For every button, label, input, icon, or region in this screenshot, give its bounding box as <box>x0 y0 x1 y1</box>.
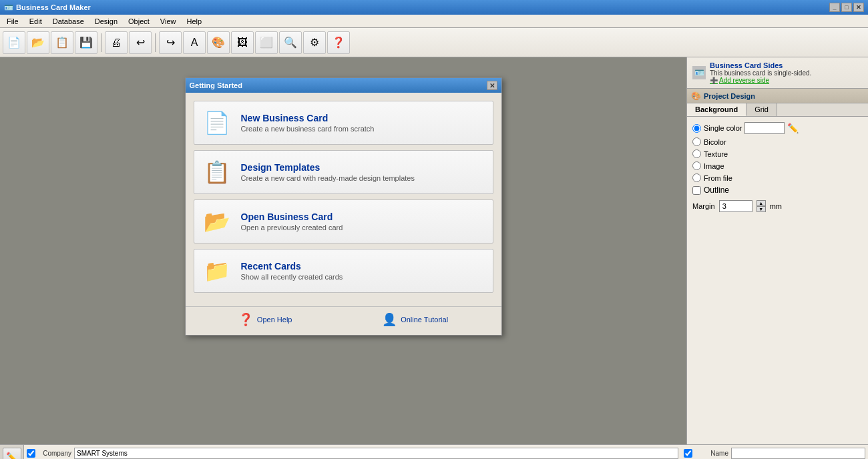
design-templates-item[interactable]: 📋 Design Templates Create a new card wit… <box>194 150 493 194</box>
tabs: Background Grid <box>687 103 868 117</box>
new-card-desc: Create a new business card from scratch <box>241 125 485 133</box>
single-color-radio[interactable] <box>692 124 701 133</box>
card-sides-content: Business Card Sides This business card i… <box>710 61 863 84</box>
frame-toolbar-button[interactable]: ⬜ <box>255 31 278 54</box>
recent-cards-title: Recent Cards <box>241 261 485 272</box>
zoom-toolbar-button[interactable]: 🔍 <box>279 31 302 54</box>
open-card-icon: 📂 <box>202 207 232 236</box>
help-icon: ❓ <box>238 312 253 327</box>
help-toolbar-button[interactable]: ❓ <box>327 31 350 54</box>
dialog-footer: ❓ Open Help 👤 Online Tutorial <box>186 306 501 335</box>
add-reverse-link[interactable]: ➕ Add reverse side <box>710 77 863 84</box>
save-toolbar-button[interactable]: 💾 <box>75 31 97 54</box>
card-sides-section: 🪪 Business Card Sides This business card… <box>687 57 868 89</box>
margin-label: Margin <box>692 202 715 210</box>
bottom-tools: ✏️ 📋 👤 X <box>0 445 24 459</box>
templates-icon: 📋 <box>202 157 232 187</box>
spin-up-button[interactable]: ▲ <box>756 200 766 206</box>
name-input[interactable] <box>731 448 865 459</box>
pencil-icon[interactable]: ✏️ <box>787 123 799 133</box>
company-row: Company <box>27 448 678 459</box>
plus-icon: ➕ <box>710 77 718 84</box>
bicolor-label: Bicolor <box>704 138 726 146</box>
canvas-area: Getting Started ✕ 📄 New Business Card Cr… <box>0 57 686 444</box>
new-business-card-item[interactable]: 📄 New Business Card Create a new busines… <box>194 101 493 145</box>
menu-item-edit[interactable]: Edit <box>24 16 47 27</box>
color-box[interactable] <box>744 122 785 134</box>
text-toolbar-button[interactable]: A <box>183 31 206 54</box>
menu-item-file[interactable]: File <box>1 16 24 27</box>
new-toolbar-button[interactable]: 📄 <box>3 31 25 54</box>
texture-radio[interactable] <box>692 149 701 158</box>
template-toolbar-button[interactable]: 📋 <box>51 31 73 54</box>
toolbar: 📄📂📋💾🖨↩↪A🎨🖼⬜🔍⚙❓ <box>0 28 868 57</box>
card-sides-title: Business Card Sides <box>710 61 863 69</box>
online-tutorial-link[interactable]: 👤 Online Tutorial <box>382 312 448 327</box>
recent-cards-icon: 📁 <box>202 256 232 286</box>
texture-label: Texture <box>704 150 728 158</box>
open-toolbar-button[interactable]: 📂 <box>27 31 49 54</box>
margin-unit: mm <box>770 202 782 210</box>
close-button[interactable]: ✕ <box>853 3 864 12</box>
title-bar-controls: _ □ ✕ <box>829 3 864 12</box>
open-card-desc: Open a previously created card <box>241 223 485 232</box>
settings-toolbar-button[interactable]: ⚙ <box>303 31 326 54</box>
menu-item-database[interactable]: Database <box>47 16 89 27</box>
recent-cards-desc: Show all recently created cards <box>241 273 485 281</box>
open-business-card-item[interactable]: 📂 Open Business Card Open a previously c… <box>194 199 493 244</box>
new-card-title: New Business Card <box>241 113 485 123</box>
menu-item-help[interactable]: Help <box>182 16 208 27</box>
recent-cards-item[interactable]: 📁 Recent Cards Show all recently created… <box>194 249 493 293</box>
image-toolbar-button[interactable]: 🖼 <box>231 31 254 54</box>
bicolor-radio[interactable] <box>692 137 701 146</box>
edit-tool-button[interactable]: ✏️ <box>3 448 21 459</box>
card-sides-desc: This business card is single-sided. <box>710 69 863 77</box>
menu-item-design[interactable]: Design <box>89 16 123 27</box>
menu-bar: FileEditDatabaseDesignObjectViewHelp <box>0 15 868 28</box>
getting-started-dialog: Getting Started ✕ 📄 New Business Card Cr… <box>185 77 502 336</box>
company-label: Company <box>38 450 71 457</box>
company-input[interactable] <box>74 448 678 459</box>
redo-toolbar-button[interactable]: ↪ <box>159 31 182 54</box>
from-file-radio[interactable] <box>692 173 701 182</box>
tab-grid[interactable]: Grid <box>746 103 777 116</box>
bottom-panel: ✏️ 📋 👤 X Company Slogan About Us Address <box>0 444 868 459</box>
image-option: Image <box>692 161 863 170</box>
undo-toolbar-button[interactable]: ↩ <box>129 31 152 54</box>
menu-item-view[interactable]: View <box>155 16 182 27</box>
app-icon: 🪪 <box>4 3 13 12</box>
add-reverse-label: Add reverse side <box>719 77 769 84</box>
from-file-option: From file <box>692 173 863 182</box>
single-color-option: Single color ✏️ <box>692 122 863 134</box>
company-checkbox[interactable] <box>27 449 35 458</box>
name-checkbox[interactable] <box>684 449 692 458</box>
recent-cards-text: Recent Cards Show all recently created c… <box>241 261 485 281</box>
open-help-link[interactable]: ❓ Open Help <box>238 312 292 327</box>
main-layout: Getting Started ✕ 📄 New Business Card Cr… <box>0 57 868 444</box>
new-card-icon: 📄 <box>202 108 232 137</box>
tab-background[interactable]: Background <box>687 103 746 116</box>
project-design-header: 🎨 Project Design <box>687 89 868 103</box>
title-bar-left: 🪪 Business Card Maker <box>4 3 91 12</box>
open-help-label: Open Help <box>257 316 292 324</box>
margin-input[interactable] <box>719 200 752 212</box>
outline-checkbox[interactable] <box>692 186 701 195</box>
bicolor-option: Bicolor <box>692 137 863 146</box>
menu-item-object[interactable]: Object <box>123 16 155 27</box>
print-toolbar-button[interactable]: 🖨 <box>105 31 128 54</box>
spin-down-button[interactable]: ▼ <box>756 206 766 212</box>
effects-toolbar-button[interactable]: 🎨 <box>207 31 230 54</box>
right-panel: 🪪 Business Card Sides This business card… <box>686 57 868 444</box>
maximize-button[interactable]: □ <box>841 3 852 12</box>
open-card-title: Open Business Card <box>241 211 485 222</box>
dialog-overlay: Getting Started ✕ 📄 New Business Card Cr… <box>0 57 686 444</box>
templates-title: Design Templates <box>241 162 485 173</box>
dialog-close-button[interactable]: ✕ <box>487 81 497 90</box>
minimize-button[interactable]: _ <box>829 3 840 12</box>
bottom-fields-right: Name Job Title Office/Fax Mobile E-mail <box>681 445 868 459</box>
toolbar-separator-6 <box>155 33 156 52</box>
name-row: Name <box>684 448 865 459</box>
dialog-title-bar: Getting Started ✕ <box>186 78 501 93</box>
templates-text: Design Templates Create a new card with … <box>241 162 485 182</box>
image-radio[interactable] <box>692 161 701 170</box>
